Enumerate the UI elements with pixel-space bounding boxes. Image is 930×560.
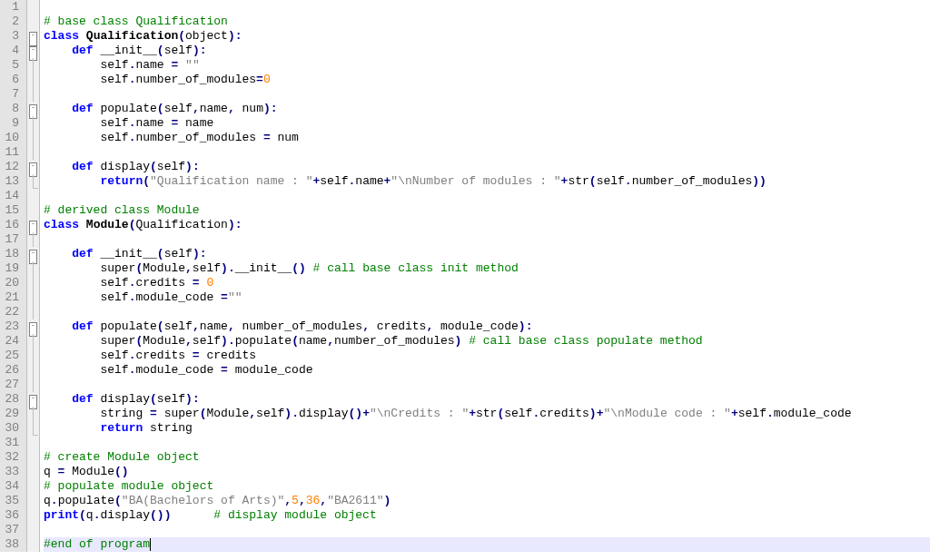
token-op: ) <box>193 247 200 260</box>
code-line[interactable]: def __init__(self): <box>44 44 930 58</box>
line-number: 25 <box>4 349 19 363</box>
token-num: 5 <box>292 494 299 507</box>
token-cm: # populate module object <box>44 479 213 493</box>
token-kw: class <box>44 29 79 43</box>
token-num: 0 <box>206 276 213 290</box>
fold-cell <box>27 363 39 378</box>
code-line[interactable]: # derived class Module <box>44 203 930 218</box>
code-line[interactable]: self.name = name <box>44 116 930 131</box>
code-area[interactable]: # base class Qualificationclass Qualific… <box>40 0 930 552</box>
fold-cell <box>27 523 39 537</box>
code-line[interactable]: self.number_of_modules=0 <box>44 73 930 87</box>
token-op: , <box>320 494 327 507</box>
code-line[interactable] <box>44 378 930 392</box>
code-line[interactable]: # base class Qualification <box>44 15 930 29</box>
line-number: 33 <box>4 465 19 479</box>
fold-cell[interactable]: - <box>27 160 39 174</box>
token-id <box>171 508 213 522</box>
code-line[interactable]: q = Module() <box>44 465 930 479</box>
code-line[interactable] <box>44 523 930 537</box>
fold-cell <box>27 232 39 247</box>
line-number: 32 <box>4 450 19 465</box>
fold-cell[interactable]: - <box>27 218 39 232</box>
token-op: = <box>263 131 271 144</box>
code-editor[interactable]: 1234567891011121314151617181920212223242… <box>0 0 930 552</box>
fold-cell <box>27 131 39 145</box>
fold-column[interactable]: -------- <box>27 0 40 552</box>
line-number: 24 <box>4 334 19 349</box>
token-op: + <box>731 407 738 420</box>
line-number: 8 <box>4 102 19 116</box>
token-op: ) <box>228 29 235 43</box>
fold-cell <box>27 145 39 160</box>
token-id: self <box>44 73 129 86</box>
fold-cell[interactable]: - <box>27 102 39 116</box>
code-line[interactable]: print(q.display()) # display module obje… <box>44 508 930 523</box>
code-line[interactable]: return string <box>44 421 930 436</box>
code-line[interactable]: self.credits = 0 <box>44 276 930 290</box>
code-line[interactable]: def display(self): <box>44 392 930 407</box>
token-op: , <box>299 494 306 507</box>
code-line[interactable]: super(Module,self).populate(name,number_… <box>44 334 930 349</box>
code-line[interactable]: #end of program <box>44 537 930 552</box>
fold-cell[interactable]: - <box>27 319 39 334</box>
line-number: 26 <box>4 363 19 378</box>
code-line[interactable] <box>44 305 930 319</box>
code-line[interactable]: def populate(self,name, num): <box>44 102 930 116</box>
line-number: 31 <box>4 436 19 450</box>
token-op: ) <box>263 102 271 115</box>
token-id: str <box>476 407 497 420</box>
fold-cell[interactable]: - <box>27 392 39 407</box>
code-line[interactable] <box>44 189 930 203</box>
fold-cell <box>27 494 39 508</box>
token-op: ( <box>79 508 86 522</box>
line-number: 10 <box>4 131 19 145</box>
fold-cell <box>27 58 39 73</box>
code-line[interactable] <box>44 145 930 160</box>
fold-cell <box>27 421 39 436</box>
token-str: "\nModule code : " <box>603 407 730 420</box>
code-line[interactable]: def display(self): <box>44 160 930 174</box>
token-op: : <box>271 102 278 115</box>
code-line[interactable]: q.populate("BA(Bachelors of Arts)",5,36,… <box>44 494 930 508</box>
code-line[interactable] <box>44 87 930 102</box>
token-cm: # display module object <box>213 508 376 522</box>
code-line[interactable]: def populate(self,name, number_of_module… <box>44 319 930 334</box>
token-id: self <box>44 116 129 130</box>
token-id: str <box>568 174 589 188</box>
fold-cell[interactable]: - <box>27 247 39 261</box>
token-self: self <box>164 102 193 115</box>
fold-cell[interactable]: - <box>27 44 39 58</box>
code-line[interactable]: # create Module object <box>44 450 930 465</box>
code-line[interactable] <box>44 232 930 247</box>
token-id <box>79 29 86 43</box>
token-id: name <box>178 116 213 130</box>
code-line[interactable] <box>44 436 930 450</box>
line-number: 22 <box>4 305 19 319</box>
token-id: credits <box>135 276 192 290</box>
fold-cell <box>27 407 39 421</box>
code-line[interactable]: string = super(Module,self).display()+"\… <box>44 407 930 421</box>
code-line[interactable]: self.credits = credits <box>44 349 930 363</box>
code-line[interactable]: class Qualification(object): <box>44 29 930 44</box>
code-line[interactable]: self.module_code = module_code <box>44 363 930 378</box>
fold-cell <box>27 305 39 319</box>
code-line[interactable]: self.module_code ="" <box>44 290 930 305</box>
code-line[interactable]: class Module(Qualification): <box>44 218 930 232</box>
code-line[interactable]: def __init__(self): <box>44 247 930 261</box>
code-line[interactable]: super(Module,self).__init__() # call bas… <box>44 261 930 276</box>
code-line[interactable] <box>44 0 930 15</box>
code-line[interactable]: self.number_of_modules = num <box>44 131 930 145</box>
token-op: , <box>185 261 193 275</box>
code-line[interactable]: self.name = "" <box>44 58 930 73</box>
token-op: () <box>349 407 363 420</box>
code-line[interactable]: # populate module object <box>44 479 930 494</box>
token-op: : <box>193 160 200 173</box>
token-id <box>44 102 72 115</box>
code-line[interactable]: return("Qualification name : "+self.name… <box>44 174 930 189</box>
token-id: string <box>143 421 193 435</box>
token-id <box>178 58 185 72</box>
token-id: number_of_modules <box>632 174 753 188</box>
line-number: 14 <box>4 189 19 203</box>
fold-cell[interactable]: - <box>27 29 39 44</box>
